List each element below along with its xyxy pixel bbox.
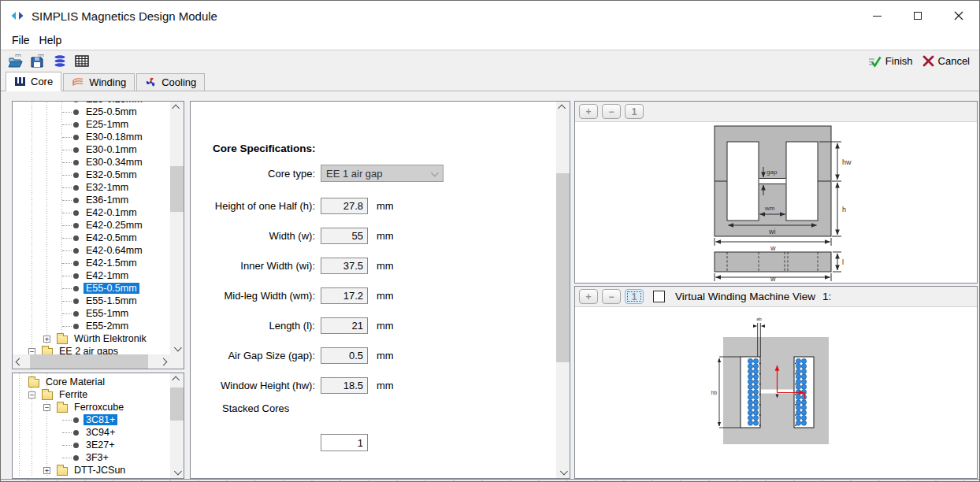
tree-item-label: E42-0.1mm	[84, 207, 139, 218]
stacked-cores-input[interactable]	[321, 434, 368, 451]
collapse-minus-icon[interactable]: −	[28, 348, 35, 355]
tree-item-ferroxcube[interactable]: −Ferroxcube	[13, 401, 170, 413]
vertical-scrollbar[interactable]	[556, 102, 570, 478]
field-input-length-l[interactable]	[321, 317, 368, 334]
dim-label-w-side: w	[770, 275, 776, 282]
tree-item-3c81[interactable]: 3C81+	[13, 413, 170, 426]
tree-item-3e27[interactable]: 3E27+	[13, 439, 170, 451]
field-input-window-height-hw[interactable]	[321, 377, 368, 394]
tree-item-e36-1mm[interactable]: E36-1mm	[13, 194, 170, 206]
tab-winding[interactable]: Winding	[63, 73, 135, 91]
tree-item-3f3[interactable]: 3F3+	[13, 451, 170, 464]
menu-file[interactable]: File	[7, 32, 35, 48]
scrollbar-thumb[interactable]	[170, 387, 184, 421]
core-type-select[interactable]: EE 1 air gap	[321, 165, 444, 182]
vertical-scrollbar[interactable]	[170, 373, 184, 478]
tab-cooling[interactable]: Cooling	[136, 73, 205, 91]
tree-item-ee-2-air-gaps[interactable]: −EE 2 air gaps	[13, 345, 170, 354]
horizontal-scrollbar[interactable]	[13, 354, 170, 369]
cancel-button[interactable]: Cancel	[918, 52, 974, 71]
zoom-out-button[interactable]: −	[602, 289, 621, 304]
tree-item-label: Ferroxcube	[72, 402, 126, 413]
tab-core[interactable]: Core	[6, 72, 61, 91]
tree-item-e55-2mm[interactable]: E55-2mm	[13, 320, 170, 332]
scroll-left-button[interactable]	[13, 354, 26, 369]
save-file-button[interactable]	[28, 52, 48, 71]
tree-item-e25-0-5mm[interactable]: E25-0.5mm	[13, 106, 170, 118]
tree-item-e30-0-1mm[interactable]: E30-0.1mm	[13, 143, 170, 156]
tree-item-ferrite[interactable]: −Ferrite	[13, 388, 170, 401]
finish-button[interactable]: Finish	[863, 52, 918, 71]
tree-item-label: E42-1.5mm	[84, 258, 139, 269]
tree-item-dtt-jcsun[interactable]: +DTT-JCSun	[13, 464, 170, 476]
open-file-button[interactable]	[6, 52, 26, 71]
tree-item-e42-1mm[interactable]: E42-1mm	[13, 269, 170, 282]
tree-guide-line	[62, 445, 72, 446]
folder-icon	[28, 379, 39, 387]
close-button[interactable]	[938, 1, 979, 31]
field-input-width-w[interactable]	[321, 228, 368, 244]
expand-plus-icon[interactable]: +	[43, 467, 50, 474]
core-view-canvas: gap hw h wm wi w	[575, 122, 977, 283]
scroll-down-button[interactable]	[170, 465, 184, 478]
tree-item-e42-0-5mm[interactable]: E42-0.5mm	[13, 232, 170, 244]
tree-item-e30-0-34mm[interactable]: E30-0.34mm	[13, 156, 170, 169]
collapse-minus-icon[interactable]: −	[43, 404, 50, 411]
zoom-reset-button[interactable]: 1	[625, 289, 644, 304]
field-input-inner-width-wi[interactable]	[321, 258, 368, 274]
core-material-tree: Core Material−Ferrite−Ferroxcube3C81+3C9…	[13, 373, 170, 476]
scroll-up-button[interactable]	[556, 102, 570, 115]
tree-item-e42-0-25mm[interactable]: E42-0.25mm	[13, 219, 170, 232]
zoom-in-button[interactable]: +	[579, 289, 598, 304]
scrollbar-thumb[interactable]	[30, 354, 148, 369]
scroll-right-button[interactable]	[157, 354, 170, 369]
folder-icon	[57, 404, 68, 413]
field-input-height-of-one-half-h[interactable]	[321, 198, 368, 214]
tree-item-e32-0-5mm[interactable]: E32-0.5mm	[13, 169, 170, 181]
menu-help[interactable]: Help	[35, 32, 67, 48]
minimize-button[interactable]	[856, 1, 897, 31]
tree-item-w-rth-elektronik[interactable]: +Würth Elektronik	[13, 332, 170, 345]
tree-guide-line	[62, 200, 72, 201]
tree-item-e42-0-64mm[interactable]: E42-0.64mm	[13, 244, 170, 257]
tree-guide-line	[62, 326, 72, 327]
scroll-up-button[interactable]	[170, 102, 184, 115]
zoom-reset-button[interactable]: 1	[625, 104, 644, 119]
scroll-up-button[interactable]	[170, 373, 184, 387]
tree-item-e25-1mm[interactable]: E25-1mm	[13, 118, 170, 131]
tree-item-e42-0-1mm[interactable]: E42-0.1mm	[13, 206, 170, 219]
winding-view-checkbox[interactable]	[653, 291, 665, 302]
scroll-down-button[interactable]	[170, 341, 184, 354]
tree-item-e30-0-18mm[interactable]: E30-0.18mm	[13, 131, 170, 143]
field-input-air-gap-size-gap[interactable]	[321, 347, 368, 364]
tree-item-e55-1-5mm[interactable]: E55-1.5mm	[13, 295, 170, 307]
tree-item-label: E30-0.1mm	[84, 144, 139, 155]
tree-item-3c94[interactable]: 3C94+	[13, 426, 170, 439]
tree-item-label: 3E27+	[84, 439, 117, 450]
tree-item-e32-1mm[interactable]: E32-1mm	[13, 181, 170, 194]
chevron-right-icon	[160, 358, 168, 365]
maximize-button[interactable]	[897, 1, 938, 31]
tree-item-e42-1-5mm[interactable]: E42-1.5mm	[13, 257, 170, 269]
scrollbar-thumb[interactable]	[170, 166, 184, 212]
core-database-button[interactable]	[50, 52, 70, 71]
scroll-down-button[interactable]	[556, 465, 570, 478]
scrollbar-thumb[interactable]	[556, 173, 570, 362]
tree-guide-line	[62, 137, 72, 138]
tab-bar: Core Winding Cooling	[1, 72, 979, 91]
zoom-out-button[interactable]: −	[602, 104, 621, 119]
parameter-table-button[interactable]	[72, 52, 92, 71]
tree-item-e55-1mm[interactable]: E55-1mm	[13, 307, 170, 320]
vertical-scrollbar[interactable]	[170, 102, 184, 354]
leaf-bullet-icon	[73, 147, 79, 153]
tree-guide-line	[62, 187, 72, 188]
field-input-mid-leg-width-wm[interactable]	[321, 287, 368, 304]
collapse-minus-icon[interactable]: −	[28, 391, 35, 399]
expand-plus-icon[interactable]: +	[43, 336, 50, 343]
app-window: SIMPLIS Magnetics Design Module File Hel…	[0, 0, 980, 482]
zoom-in-button[interactable]: +	[579, 104, 598, 119]
core-size-tree-panel: E25-0.25mmE25-0.5mmE25-1mmE30-0.18mmE30-…	[12, 101, 184, 369]
tree-item-core-material[interactable]: Core Material	[13, 376, 170, 388]
tree-item-e55-0-5mm[interactable]: E55-0.5mm	[13, 282, 170, 295]
chevron-down-icon	[560, 468, 568, 476]
